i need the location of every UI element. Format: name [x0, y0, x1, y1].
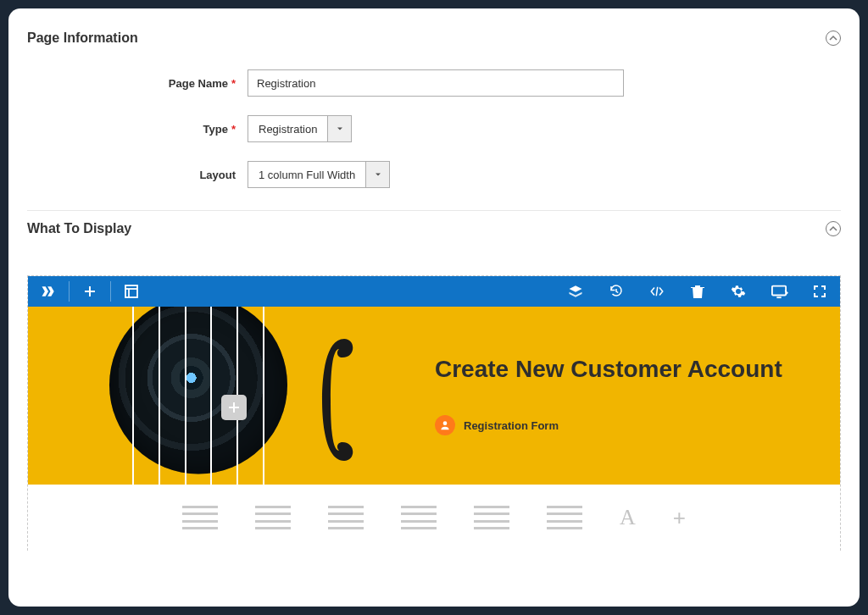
layout-3col-button[interactable] [328, 506, 364, 529]
layout-select-value: 1 column Full Width [248, 162, 365, 187]
row-layout-picker: A + [28, 485, 840, 551]
label-layout: Layout [27, 169, 248, 181]
section-title: Page Information [27, 30, 138, 46]
layout-6col-button[interactable] [547, 506, 582, 529]
fullscreen-button[interactable] [799, 276, 840, 307]
plus-icon [228, 402, 240, 413]
page-info-form: Page Name* Type* Registration Layout 1 c… [27, 61, 841, 210]
guitar-strings [108, 307, 288, 485]
section-header-page-info: Page Information [27, 24, 841, 61]
layout-1col-button[interactable] [182, 506, 218, 529]
code-button[interactable] [637, 276, 677, 307]
hero-title: Create New Customer Account [435, 356, 815, 383]
row-page-name: Page Name* [27, 69, 841, 97]
add-element-handle[interactable] [221, 395, 247, 420]
caret-down-icon [365, 162, 389, 187]
layout-4col-button[interactable] [401, 506, 437, 529]
page-builder: Create New Customer Account Registration… [27, 275, 841, 551]
section-header-what-to-display: What To Display [27, 218, 841, 252]
layout-2col-button[interactable] [255, 506, 291, 529]
brand-icon[interactable] [28, 276, 69, 307]
delete-button[interactable] [677, 276, 718, 307]
chevron-up-icon [829, 34, 837, 42]
collapse-button-page-info[interactable] [826, 30, 841, 46]
type-select-value: Registration [248, 116, 327, 141]
hero-banner[interactable]: Create New Customer Account Registration… [28, 307, 840, 485]
svg-point-5 [443, 421, 448, 425]
preview-button[interactable] [759, 276, 799, 307]
row-layout: Layout 1 column Full Width [27, 161, 841, 188]
settings-button[interactable] [718, 276, 759, 307]
builder-toolbar [28, 276, 840, 307]
registration-form-component[interactable]: Registration Form [435, 415, 815, 435]
builder-canvas-wrap: Create New Customer Account Registration… [27, 275, 841, 551]
svg-line-3 [656, 287, 658, 296]
f-hole-graphic [310, 324, 361, 476]
user-icon [435, 415, 455, 435]
section-title: What To Display [27, 221, 131, 236]
layout-select[interactable]: 1 column Full Width [248, 161, 390, 188]
collapse-button-display[interactable] [826, 221, 841, 236]
page-name-input[interactable] [248, 69, 624, 97]
svg-rect-0 [125, 285, 137, 297]
label-text: Layout [199, 169, 236, 181]
config-panel: Page Information Page Name* Type* Regist… [8, 8, 860, 607]
label-page-name: Page Name* [27, 77, 248, 90]
chevron-up-icon [829, 224, 837, 233]
row-type: Type* Registration [27, 115, 841, 142]
label-text: Page Name [169, 77, 228, 90]
history-button[interactable] [596, 276, 637, 307]
label-type: Type* [27, 123, 248, 136]
add-row-button[interactable]: + [673, 505, 686, 531]
section-divider [27, 210, 841, 211]
caret-down-icon [327, 116, 351, 141]
required-marker: * [231, 123, 236, 136]
layers-button[interactable] [555, 276, 596, 307]
svg-rect-4 [772, 286, 786, 296]
label-text: Type [203, 123, 228, 136]
required-marker: * [231, 77, 236, 90]
type-select[interactable]: Registration [248, 115, 352, 142]
component-label: Registration Form [464, 419, 559, 432]
hero-content: Create New Customer Account Registration… [435, 356, 815, 435]
layout-5col-button[interactable] [474, 506, 509, 529]
template-button[interactable] [111, 276, 152, 307]
text-block-button[interactable]: A [620, 505, 636, 530]
add-block-button[interactable] [70, 276, 110, 307]
guitar-graphic [108, 307, 288, 485]
